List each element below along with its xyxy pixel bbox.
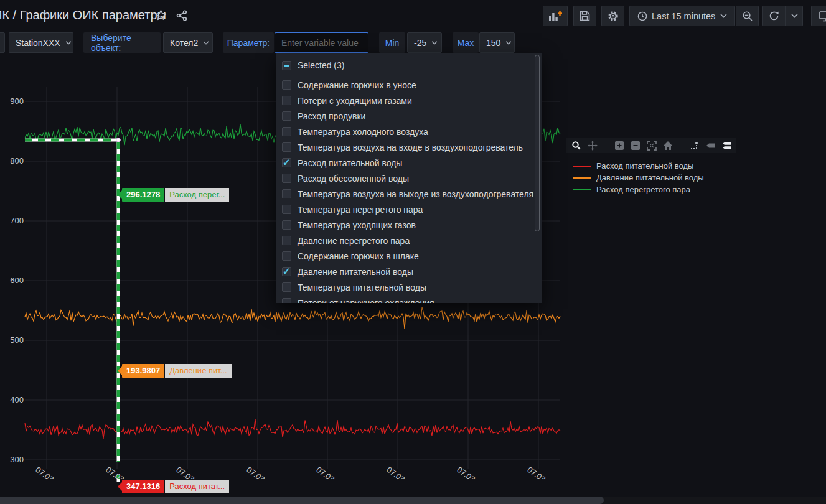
zoom-in-icon[interactable] (614, 141, 624, 151)
dropdown-item-label: Давление питательной воды (298, 267, 413, 277)
unchecked-checkbox[interactable]: ✓ (282, 127, 291, 136)
tv-mode-button[interactable] (811, 6, 826, 26)
dropdown-item[interactable]: ✓Давление перегретого пара (276, 233, 542, 248)
hover-value: 296.1278 (122, 188, 164, 202)
chart-legend: Расход питательной водыДавление питатель… (573, 160, 704, 195)
min-value: -25 (414, 38, 426, 48)
checked-checkbox[interactable]: ✓ (282, 158, 291, 167)
dropdown-item-label: Потери с уходящими газами (298, 96, 412, 106)
dropdown-item[interactable]: ✓Температура воздуха на выходе из воздух… (276, 186, 542, 202)
zoom-tool-icon[interactable] (571, 141, 581, 151)
favorite-star-icon[interactable] (155, 9, 167, 21)
unchecked-checkbox[interactable]: ✓ (282, 220, 291, 230)
unchecked-checkbox[interactable]: ✓ (282, 96, 291, 105)
dropdown-item-label: Температура перегретого пара (298, 205, 423, 215)
min-variable-select[interactable]: -25 (407, 32, 442, 53)
dropdown-scrollbar[interactable] (535, 53, 540, 303)
dropdown-item[interactable]: ✓Температура воздуха на входе в воздухоп… (276, 139, 542, 155)
clipped-variable-control[interactable] (0, 32, 5, 53)
chevron-down-icon (203, 41, 209, 45)
dropdown-item-label: Содержание горючих в шлаке (298, 251, 419, 261)
dropdown-item[interactable]: ✓Температура питательной воды (276, 279, 542, 295)
scrollbar-thumb[interactable] (535, 55, 540, 231)
unchecked-checkbox[interactable]: ✓ (282, 282, 291, 292)
chevron-down-icon (431, 41, 438, 45)
legend-swatch (573, 166, 591, 167)
max-variable-label: Max (453, 32, 479, 53)
unchecked-checkbox[interactable]: ✓ (282, 251, 291, 261)
dropdown-item[interactable]: ✓Содержание горючих в уносе (276, 77, 542, 93)
legend-item[interactable]: Давление питательной воды (573, 172, 704, 184)
legend-label: Давление питательной воды (596, 173, 704, 182)
parameter-dropdown-menu: Selected (3) ✓Содержание горючих в уносе… (276, 53, 542, 303)
dropdown-item-label: Расход питательной воды (298, 158, 402, 168)
refresh-button[interactable] (762, 6, 786, 26)
parameter-search-input[interactable] (281, 38, 362, 48)
hover-closest-icon[interactable] (705, 141, 716, 151)
legend-swatch (573, 177, 591, 179)
add-panel-button[interactable] (543, 6, 568, 26)
dropdown-item-label: Температура воздуха на выходе из воздухо… (298, 189, 533, 199)
dropdown-item-label: Температура холодного воздуха (298, 127, 428, 137)
legend-item[interactable]: Расход перегретого пара (573, 184, 704, 195)
dropdown-item[interactable]: ✓Температура перегретого пара (276, 202, 542, 217)
dropdown-item[interactable]: ✓Расход продувки (276, 108, 542, 124)
dropdown-item[interactable]: ✓Содержание горючих в шлаке (276, 248, 542, 264)
y-axis-tick: 400 (2, 395, 24, 404)
grafana-dashboard: 07.03 12:007.03 12:007.03 12:007.03 12:0… (0, 0, 826, 504)
save-dashboard-button[interactable] (573, 6, 596, 26)
hover-compare-icon[interactable] (721, 141, 732, 151)
share-icon[interactable] (176, 10, 187, 21)
object-variable-select[interactable]: Котел2 (163, 32, 213, 53)
unchecked-checkbox[interactable]: ✓ (282, 174, 291, 183)
zoom-out-icon[interactable] (630, 141, 641, 151)
checked-checkbox[interactable]: ✓ (282, 267, 291, 276)
refresh-interval-dropdown[interactable] (786, 6, 803, 26)
time-zoom-out-button[interactable] (736, 6, 759, 26)
clock-icon (637, 11, 647, 21)
station-variable-select[interactable]: StationXXX (9, 32, 73, 53)
check-icon: ✓ (283, 266, 291, 277)
time-picker[interactable]: Last 15 minutes (629, 6, 735, 26)
horizontal-scrollbar[interactable] (0, 497, 826, 504)
dashboard-settings-button[interactable] (601, 6, 624, 26)
min-variable-label: Min (379, 32, 405, 53)
dropdown-item[interactable]: ✓Потери с уходящими газами (276, 93, 542, 108)
parameter-search-box (275, 32, 368, 53)
autoscale-icon[interactable] (646, 141, 657, 151)
dropdown-item-label: Содержание горючих в уносе (298, 80, 416, 90)
pan-tool-icon[interactable] (587, 141, 598, 151)
unchecked-checkbox[interactable]: ✓ (282, 236, 291, 245)
unchecked-checkbox[interactable]: ✓ (282, 189, 291, 198)
bar-chart-plus-icon (548, 11, 562, 21)
dropdown-item[interactable]: ✓Потери от наружного охлаждения (276, 295, 542, 303)
dropdown-item[interactable]: ✓Давление питательной воды (276, 264, 542, 279)
dropdown-item-label: Давление перегретого пара (298, 236, 410, 246)
horizontal-scrollbar-thumb[interactable] (0, 497, 604, 504)
dropdown-item[interactable]: ✓Расход обессоленной воды (276, 170, 542, 186)
dropdown-item-label: Температура воздуха на входе в воздухопо… (298, 142, 523, 152)
hover-series-label: Давление пит... (165, 364, 231, 378)
legend-item[interactable]: Расход питательной воды (573, 160, 704, 172)
unchecked-checkbox[interactable]: ✓ (282, 142, 291, 152)
unchecked-checkbox[interactable]: ✓ (282, 80, 291, 90)
parameter-variable-label: Параметр: (223, 32, 274, 53)
unchecked-checkbox[interactable]: ✓ (282, 205, 291, 214)
dropdown-item[interactable]: ✓Температура холодного воздуха (276, 124, 542, 139)
dropdown-selected-summary[interactable]: Selected (3) (276, 56, 542, 75)
hover-tooltip-orange: 193.9807 Давление пит... (122, 364, 232, 378)
toggle-spikelines-icon[interactable] (689, 141, 700, 151)
indeterminate-checkbox[interactable] (282, 61, 291, 70)
hover-tooltip-green: 296.1278 Расход перег... (122, 188, 229, 202)
reset-axes-home-icon[interactable] (662, 141, 673, 151)
dropdown-item[interactable]: ✓Расход питательной воды (276, 155, 542, 170)
max-variable-select[interactable]: 150 (479, 32, 515, 53)
breadcrumb[interactable]: ИК / Графики ОИК параметры (0, 8, 166, 22)
max-value: 150 (486, 38, 500, 48)
unchecked-checkbox[interactable]: ✓ (282, 298, 291, 303)
y-axis-tick: 700 (2, 216, 24, 225)
unchecked-checkbox[interactable]: ✓ (282, 111, 291, 121)
object-value: Котел2 (170, 38, 198, 48)
dropdown-item[interactable]: ✓Температура уходящих газов (276, 217, 542, 233)
gear-icon (608, 11, 619, 22)
